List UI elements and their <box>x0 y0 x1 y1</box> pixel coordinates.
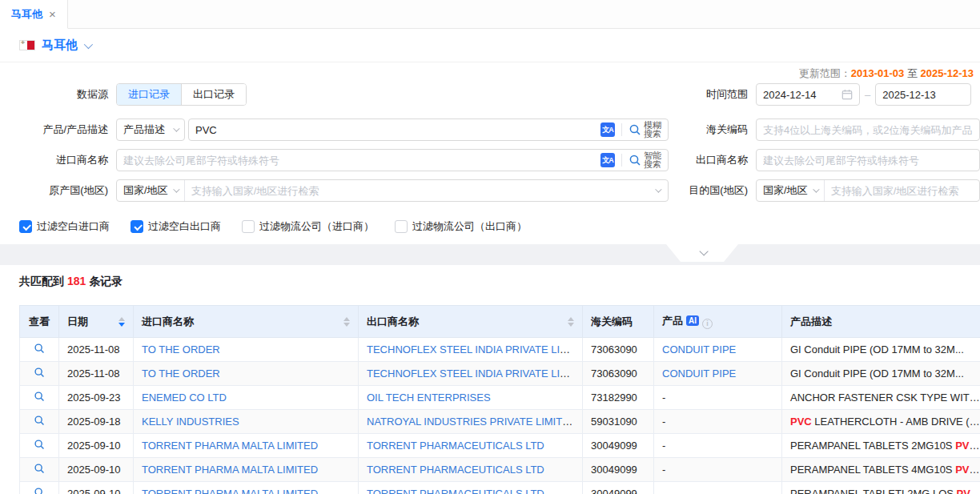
exporter-link[interactable]: TORRENT PHARMACEUTICALS LTD <box>367 464 544 476</box>
destination-country-input[interactable] <box>825 185 979 197</box>
exporter-search-input[interactable] <box>763 155 973 167</box>
filter-checkbox[interactable]: 过滤物流公司（进口商） <box>242 219 374 234</box>
checkbox-icon[interactable] <box>19 220 32 233</box>
row-date: 2025-09-18 <box>59 410 134 434</box>
origin-country-select[interactable]: 国家/地区 <box>117 180 185 201</box>
exporter-link[interactable]: OIL TECH ENTERPRISES <box>367 392 491 404</box>
table-row[interactable]: 2025-09-10 TORRENT PHARMA MALTA LIMITED … <box>20 434 980 458</box>
view-record-button[interactable] <box>34 415 45 426</box>
view-record-button[interactable] <box>34 391 45 402</box>
sort-date[interactable] <box>118 317 125 327</box>
table-row[interactable]: 2025-11-08 TO THE ORDER TECHNOFLEX STEEL… <box>20 362 980 386</box>
exporter-link[interactable]: TORRENT PHARMACEUTICALS LTD <box>367 440 544 452</box>
table-row[interactable]: 2025-11-08 TO THE ORDER TECHNOFLEX STEEL… <box>20 338 980 362</box>
date-from-input[interactable] <box>763 89 841 101</box>
translate-icon[interactable]: 文A <box>600 153 615 167</box>
destination-label: 目的国(地区) <box>677 183 748 198</box>
filter-checkbox[interactable]: 过滤空白进口商 <box>19 219 110 234</box>
row-date: 2025-09-10 <box>59 482 134 494</box>
importer-link[interactable]: TORRENT PHARMA MALTA LIMITED <box>142 488 318 494</box>
origin-country-field[interactable]: 国家/地区 <box>116 179 669 202</box>
time-range-label: 时间范围 <box>677 87 748 102</box>
results-summary: 共匹配到181条记录 <box>0 275 980 289</box>
date-to-field[interactable] <box>875 83 971 106</box>
importer-search-input[interactable] <box>123 155 600 167</box>
update-range: 更新范围：2013-01-03 至 2025-12-13 <box>799 66 974 81</box>
filter-checkbox[interactable]: 过滤物流公司（出口商） <box>395 219 527 234</box>
destination-country-field[interactable]: 国家/地区 <box>756 179 980 202</box>
origin-label: 原产国(地区) <box>0 183 108 198</box>
tab-title: 马耳他 <box>11 7 42 22</box>
info-icon[interactable]: i <box>702 319 713 329</box>
tab-bar: 马耳他 × <box>0 0 980 29</box>
sort-exporter[interactable] <box>568 317 574 327</box>
col-product: 产品AIi <box>654 306 782 338</box>
exporter-link[interactable]: TORRENT PHARMACEUTICALS LTD <box>367 488 544 494</box>
exporter-search-field[interactable] <box>756 149 980 171</box>
checkbox-icon[interactable] <box>131 220 143 233</box>
chevron-down-icon <box>699 247 708 255</box>
date-to-input[interactable] <box>882 89 964 101</box>
sort-importer[interactable] <box>343 317 350 327</box>
checkbox-icon[interactable] <box>242 220 255 233</box>
calendar-icon[interactable] <box>841 89 853 100</box>
product-link[interactable]: CONDUIT PIPE <box>662 343 736 355</box>
table-header-row: 查看 日期 进口商名称 出口商名称 海关编码 产品AIi 产品描述 <box>20 306 980 338</box>
product-link: - <box>662 464 665 476</box>
origin-country-input[interactable] <box>185 185 650 197</box>
importer-link[interactable]: ENEMED CO LTD <box>142 392 227 404</box>
view-record-button[interactable] <box>34 463 45 474</box>
product-link[interactable]: CONDUIT PIPE <box>662 367 736 380</box>
checkbox-label: 过滤物流公司（进口商） <box>259 219 374 234</box>
importer-link[interactable]: TORRENT PHARMA MALTA LIMITED <box>142 464 318 476</box>
col-exporter[interactable]: 出口商名称 <box>359 306 583 338</box>
data-source-toggle: 进口记录 出口记录 <box>116 83 247 106</box>
importer-label: 进口商名称 <box>0 153 108 167</box>
col-date[interactable]: 日期 <box>59 306 134 338</box>
col-importer[interactable]: 进口商名称 <box>134 306 359 338</box>
tab-export-records[interactable]: 出口记录 <box>181 84 246 105</box>
col-hs-code: 海关编码 <box>583 306 654 338</box>
destination-country-select[interactable]: 国家/地区 <box>757 180 825 201</box>
importer-search-field[interactable]: 文A 智能搜索 <box>116 149 669 171</box>
page-title: 马耳他 <box>42 38 78 53</box>
smart-search-button[interactable]: 智能搜索 <box>629 151 661 169</box>
exporter-link[interactable]: TECHNOFLEX STEEL INDIA PRIVATE LIMITED <box>367 367 583 380</box>
hs-code-field[interactable] <box>756 118 980 141</box>
importer-link[interactable]: TORRENT PHARMA MALTA LIMITED <box>142 440 318 452</box>
tab-import-records[interactable]: 进口记录 <box>117 84 181 105</box>
date-from-field[interactable] <box>756 83 860 106</box>
row-description: PVC LEATHERCLOTH - AMB DRIVE (1... <box>782 410 980 434</box>
update-range-label: 更新范围： <box>799 67 851 79</box>
tab-malta[interactable]: 马耳他 × <box>0 0 68 29</box>
product-search-field[interactable]: 文A 模糊搜索 <box>188 118 669 141</box>
exporter-link[interactable]: TECHNOFLEX STEEL INDIA PRIVATE LIMITED <box>367 343 583 355</box>
importer-link[interactable]: TO THE ORDER <box>142 367 220 380</box>
product-type-select[interactable]: 产品描述 <box>116 118 185 141</box>
product-link: - <box>662 488 665 494</box>
row-description: ANCHOR FASTENER CSK TYPE WITH ... <box>782 386 980 410</box>
view-record-button[interactable] <box>34 439 45 450</box>
filter-row-product: 产品/产品描述 产品描述 文A 模糊搜索 海关编码 <box>0 118 980 141</box>
view-record-button[interactable] <box>34 343 45 354</box>
importer-link[interactable]: TO THE ORDER <box>142 343 220 355</box>
table-row[interactable]: 2025-09-10 TORRENT PHARMA MALTA LIMITED … <box>20 482 980 494</box>
exporter-link[interactable]: NATROYAL INDUSTRIES PRIVATE LIMITED <box>367 416 576 428</box>
checkbox-icon[interactable] <box>395 220 408 233</box>
checkbox-label: 过滤物流公司（出口商） <box>412 219 527 234</box>
table-row[interactable]: 2025-09-18 KELLY INDUSTRIES NATROYAL IND… <box>20 410 980 434</box>
hs-code-input[interactable] <box>763 124 973 136</box>
table-row[interactable]: 2025-09-23 ENEMED CO LTD OIL TECH ENTERP… <box>20 386 980 410</box>
table-row[interactable]: 2025-09-10 TORRENT PHARMA MALTA LIMITED … <box>20 458 980 482</box>
filter-checkbox[interactable]: 过滤空白出口商 <box>131 219 221 234</box>
view-record-button[interactable] <box>34 367 45 378</box>
collapse-panel-button[interactable] <box>666 244 738 262</box>
chevron-down-icon[interactable] <box>84 39 93 48</box>
view-record-button[interactable] <box>34 487 45 494</box>
fuzzy-search-button[interactable]: 模糊搜索 <box>629 121 661 139</box>
tab-close-icon[interactable]: × <box>49 8 56 20</box>
product-search-input[interactable] <box>195 124 600 136</box>
importer-link[interactable]: KELLY INDUSTRIES <box>142 416 239 428</box>
magnifier-icon <box>34 439 45 450</box>
translate-icon[interactable]: 文A <box>600 122 615 137</box>
